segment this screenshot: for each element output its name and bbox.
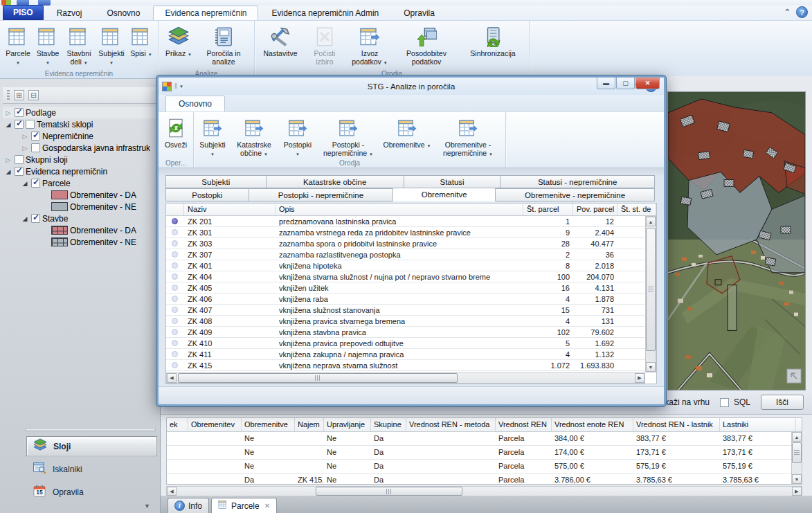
tree-checkbox[interactable] [15,155,24,164]
scroll-down-button[interactable]: ▼ [646,362,656,372]
tree-item-nepremicnine[interactable]: ▷Nepremičnine [3,130,159,142]
results-row[interactable]: NeNeDaParcela174,00 €173,71 €173,71 €OBČ… [167,446,802,460]
ribbon-tab-evidenca-nepremicnin-admin[interactable]: Evidenca nepremičnin Admin [260,6,390,20]
sql-checkbox[interactable] [720,398,729,407]
ribbon-button-porocila-in-analize[interactable]: Poročila in analize [196,23,251,68]
ribbon-button-postopki-nepremicnine[interactable]: Postopki - nepremičnine ▼ [316,114,381,161]
expander-open-icon[interactable]: ◢ [21,215,29,222]
ribbon-button-subjekti[interactable]: Subjekti ▼ [197,114,228,161]
results-horizontal-scrollbar[interactable]: ◀ ▶ [166,486,802,496]
table-row[interactable]: ZK 410vknjižena pravica prepovedi odtuji… [166,338,656,349]
scroll-left-button[interactable]: ◀ [167,487,177,496]
scroll-down-button[interactable]: ▼ [792,474,802,484]
scrollbar-thumb[interactable] [316,487,462,496]
dialog-vertical-scrollbar[interactable]: ▲ ▼ [645,216,656,372]
expander-closed-icon[interactable]: ▷ [4,156,12,163]
tree-checkbox[interactable] [15,167,24,176]
column-header-obremenitve[interactable]: Obremenitve [242,418,295,431]
tree-checkbox[interactable] [15,120,24,129]
scroll-up-button[interactable]: ▲ [792,432,802,442]
column-header-najem[interactable]: Najem [295,418,324,431]
view-tab-subjekti[interactable]: Subjekti [165,175,267,188]
minimize-ribbon-icon[interactable]: ⌃ [784,8,791,16]
results-row[interactable]: DaZK 415, ZK 415NeDaParcela3.786,00 €3.7… [167,474,802,485]
tree-checkbox[interactable] [31,143,40,152]
close-tab-icon[interactable]: ✕ [264,502,270,510]
dialog-titlebar[interactable]: ‖ ▾ STG - Analize in poročila [159,78,664,95]
results-vertical-scrollbar[interactable]: ▲ ▼ [791,431,802,485]
panel-splitter[interactable] [25,428,156,431]
tree-item-obremenitev-ne[interactable]: Obremenitev - NE [3,201,159,213]
table-row[interactable]: ZK 405vknjižen užitek164.131 [166,282,656,294]
expander-open-icon[interactable]: ◢ [4,121,12,128]
column-header-vrednost-enote-ren[interactable]: Vrednost enote REN [552,418,633,431]
tree-item-tematski-sklopi[interactable]: ◢Tematski sklopi [3,118,159,130]
table-row[interactable]: ZK 407vknjižena služnost stanovanja15731 [166,305,656,316]
ribbon-button-posodobitev-podatkov[interactable]: Posodobitev podatkov [393,23,460,68]
tree-item-gospodarska-javna-infrastruk[interactable]: ▷Gospodarska javna infrastruk [3,142,159,154]
table-row[interactable]: ZK 307zaznamba razlastitvenega postopka2… [166,249,656,260]
view-tab-statusi[interactable]: Statusi [404,175,501,188]
expander-closed-icon[interactable]: ▷ [21,133,29,140]
column-header-obremenitev[interactable]: Obremenitev [188,418,242,431]
ribbon-button-subjekti[interactable]: Subjekti ▼ [96,23,127,69]
table-row[interactable]: ZK 303zaznamba spora o pridobitvi lastni… [166,238,656,249]
ribbon-tab-osnovno[interactable]: Osnovno [95,6,152,20]
ribbon-button-sinhronizacija[interactable]: Sinhronizacija [460,23,526,60]
scroll-right-button[interactable]: ▶ [635,373,644,383]
expander-closed-icon[interactable]: ▷ [21,145,29,152]
column-header-opis[interactable]: Opis [276,204,523,215]
column-header-upravljanje[interactable]: Upravljanje [324,418,371,431]
ribbon-button-stavbe[interactable]: Stavbe ▼ [33,23,62,69]
table-row[interactable]: ZK 409vknjižena stavbna pravica10279.602 [166,327,656,338]
table-row[interactable]: ZK 411vknjižena zakupna / najemna pravic… [166,349,656,360]
ribbon-button-obremenitve[interactable]: Obremenitve ▼ [381,114,433,153]
column-header-pov-parcel[interactable]: Pov. parcel [573,204,617,215]
column-header-skupine[interactable]: Skupine [371,418,406,431]
table-row[interactable]: ZK 415vknjižena neprava stvarna služnost… [166,360,656,371]
view-tab-katastrske-obcine[interactable]: Katastrske občine [266,175,404,188]
expander-open-icon[interactable]: ◢ [21,180,29,187]
tree-item-obremenitev-da[interactable]: Obremenitev - DA [3,224,159,236]
ribbon-button-prikaz[interactable]: Prikaz ▼ [161,23,196,62]
column-header-naziv[interactable]: Naziv [184,204,276,215]
results-row[interactable]: NeNeDaParcela384,00 €383,77 €383,77 €OBČ… [167,432,802,446]
expander-open-icon[interactable]: ◢ [4,168,12,175]
ribbon-button-parcele[interactable]: Parcele ▼ [3,23,33,69]
tree-item-podlage[interactable]: ▷Podlage [3,107,159,118]
help-icon[interactable]: ? [796,6,808,18]
column-header-lastniki[interactable]: Lastniki [720,418,796,431]
tree-item-obremenitev-da[interactable]: Obremenitev - DA [3,189,159,201]
column-header-vrednost-ren-lastnik[interactable]: Vrednost REN - lastnik [633,418,720,431]
drag-grip[interactable] [7,90,10,101]
ribbon-button-obremenitve-nepremicnine[interactable]: Obremenitve - nepremičnine ▼ [433,114,503,161]
tree-checkbox[interactable] [31,132,40,141]
maximize-button[interactable]: ▢ [616,78,635,89]
table-row[interactable]: ZK 404vknjižena stvarna služnost / nujna… [166,271,656,282]
expand-all-button[interactable]: ⊞ [14,90,24,100]
table-row[interactable]: ZK 408vknjižena pravica stvarnega bremen… [166,316,656,327]
tree-item-parcele[interactable]: ◢Parcele [3,177,159,189]
tree-checkbox[interactable] [31,214,40,223]
ribbon-button-osvezi[interactable]: Osveži [161,114,190,152]
ribbon-tab-piso[interactable]: PISO [3,5,44,20]
bottom-tab-info[interactable]: iInfo [168,498,209,513]
tree-checkbox[interactable] [15,108,24,117]
view-tab-postopki[interactable]: Postopki [165,188,249,201]
ribbon-button-stavbni-deli[interactable]: Stavbni deli ▼ [62,23,96,69]
collapse-buttons-chevron-icon[interactable]: ▼ [144,503,150,510]
table-row[interactable]: ZK 401vknjižena hipoteka82.018 [166,260,656,271]
scrollbar-thumb[interactable] [178,373,458,383]
tree-item-stavbe[interactable]: ◢Stavbe [3,213,159,224]
tree-item-skupni-sloji[interactable]: ▷Skupni sloji [3,154,159,165]
tree-item-evidenca-nepremicnin[interactable]: ◢Evidenca nepremičnin [3,165,159,177]
quick-access-toolbar[interactable] [0,0,812,6]
bottom-tab-parcele[interactable]: Parcele✕ [211,498,277,513]
scroll-right-button[interactable]: ▶ [792,487,802,496]
dialog-tab-osnovno[interactable]: Osnovno [165,96,225,111]
search-button[interactable]: Išči [761,395,804,410]
sidebar-nav-sloji[interactable]: Sloji [26,436,157,456]
ribbon-button-katastrske-obcine[interactable]: Katastrske občine ▼ [228,114,280,161]
ribbon-tab-opravila[interactable]: Opravila [392,6,446,20]
close-button[interactable]: ✕ [635,78,660,89]
